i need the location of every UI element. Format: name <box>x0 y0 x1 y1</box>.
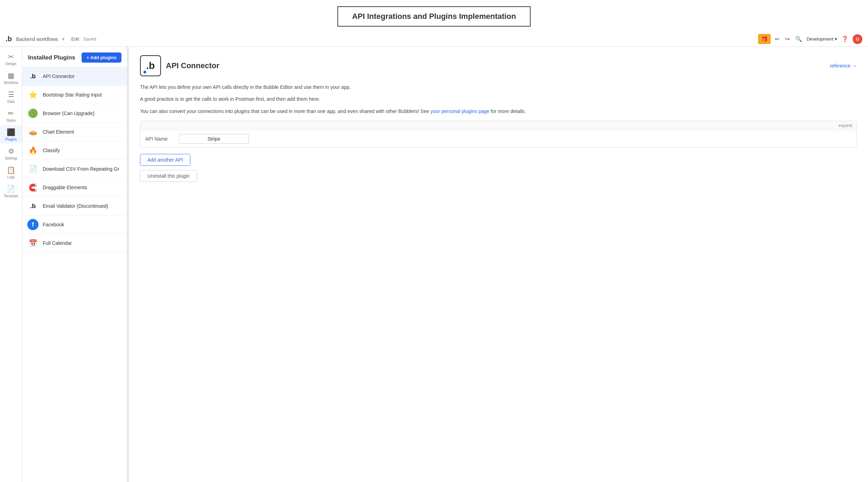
chevron-down-icon: ▾ <box>835 36 837 42</box>
plugin-name-browser: Browser (Can Upgrade) <box>43 111 94 116</box>
avatar[interactable]: U <box>853 34 862 44</box>
facebook-icon: f <box>27 219 38 230</box>
settings-icon: ⚙ <box>8 147 14 155</box>
sidebar-label-settings: Settings <box>5 156 17 160</box>
app-layout: ✂ Design ▦ Workflow ☰ Data ✏ Styles ⬛ Pl… <box>0 47 868 482</box>
edit-label[interactable]: Edit <box>71 36 79 42</box>
undo-button[interactable]: ↩ <box>774 34 781 44</box>
sidebar-label-template: Template <box>4 194 18 198</box>
app-name: Backend workflows <box>16 36 58 42</box>
chart-element-icon: 🥧 <box>27 126 38 137</box>
sidebar-item-settings[interactable]: ⚙ Settings <box>0 144 22 162</box>
plugin-name-email-validator: Email Validator (Discontinued) <box>43 203 108 209</box>
api-name-label: API Name <box>145 136 173 142</box>
plugin-list-items: .b API Connector ⭐ Bootstrap Star Rating… <box>22 67 127 482</box>
sidebar-item-design[interactable]: ✂ Design <box>0 50 22 68</box>
plugin-list-header: Installed Plugins + Add plugins <box>22 47 127 67</box>
reference-label: reference → <box>830 63 857 69</box>
main-content: .b API Connector reference → The API let… <box>129 47 868 482</box>
plugin-description-1: The API lets you define your own API cal… <box>140 83 857 91</box>
api-box: expand API Name Stripe <box>140 121 857 148</box>
redo-button[interactable]: ↪ <box>784 34 791 44</box>
plugin-item-browser[interactable]: 🟢 Browser (Can Upgrade) <box>22 104 127 123</box>
plugin-list-title: Installed Plugins <box>28 54 75 61</box>
sidebar-item-data[interactable]: ☰ Data <box>0 87 22 106</box>
plugin-list-sidebar: Installed Plugins + Add plugins .b API C… <box>22 47 127 482</box>
plugin-item-download-csv[interactable]: 📄 Download CSV From Repeating Gr <box>22 160 127 178</box>
search-button[interactable]: 🔍 <box>794 34 804 44</box>
download-csv-icon: 📄 <box>27 163 38 175</box>
sidebar-label-design: Design <box>6 62 16 66</box>
plugin-detail-logo: .b API Connector <box>140 55 219 76</box>
plugin-name-bootstrap-star: Bootstrap Star Rating Input <box>43 92 102 98</box>
dev-label: Development <box>806 36 833 42</box>
desc-3-before: You can also convert your connections in… <box>140 108 430 114</box>
logs-icon: 📋 <box>7 166 15 174</box>
plugin-item-full-calendar[interactable]: 📅 Full Calendar <box>22 234 127 253</box>
plugin-name-api-connector: API Connector <box>43 73 75 79</box>
logo-symbol: .b <box>6 35 12 43</box>
email-validator-icon: .b <box>27 200 38 212</box>
plugin-name-draggable: Draggable Elements <box>43 185 87 190</box>
browser-icon: 🟢 <box>27 108 38 119</box>
plugin-item-bootstrap-star[interactable]: ⭐ Bootstrap Star Rating Input <box>22 86 127 104</box>
full-calendar-icon: 📅 <box>27 238 38 249</box>
top-banner: API Integrations and Plugins Implementat… <box>0 0 868 31</box>
expand-label[interactable]: expand <box>839 123 852 128</box>
plugin-name-full-calendar: Full Calendar <box>43 240 72 246</box>
gift-button[interactable]: 🎁 <box>758 34 771 44</box>
sidebar-item-plugins[interactable]: ⬛ Plugins <box>0 125 22 143</box>
plugin-logo-dot <box>144 71 146 73</box>
workflow-icon: ▦ <box>8 71 14 80</box>
sidebar-item-template[interactable]: 📄 Template <box>0 182 22 200</box>
header-actions: 🎁 ↩ ↪ 🔍 Development ▾ ❓ U <box>758 34 862 44</box>
plugin-item-draggable[interactable]: 🧲 Draggable Elements <box>22 178 127 197</box>
data-icon: ☰ <box>8 90 14 99</box>
plugin-detail-header: .b API Connector reference → <box>140 55 857 76</box>
banner-title-box: API Integrations and Plugins Implementat… <box>337 6 531 27</box>
plugin-description-2: A good practice is to get the calls to w… <box>140 95 857 103</box>
api-name-value[interactable]: Stripe <box>179 134 249 144</box>
plugin-logo-box: .b <box>140 55 161 76</box>
template-icon: 📄 <box>7 185 15 193</box>
banner-title: API Integrations and Plugins Implementat… <box>352 12 516 21</box>
styles-icon: ✏ <box>8 109 14 118</box>
plugin-detail-name: API Connector <box>166 61 219 70</box>
add-plugins-button[interactable]: + Add plugins <box>82 52 121 63</box>
bootstrap-star-icon: ⭐ <box>27 89 38 100</box>
add-api-button[interactable]: Add another API <box>140 154 190 166</box>
api-connector-icon: .b <box>27 71 38 82</box>
help-button[interactable]: ❓ <box>840 34 850 44</box>
sidebar-label-workflow: Workflow <box>4 81 18 85</box>
design-icon: ✂ <box>8 52 14 61</box>
reference-link[interactable]: reference → <box>830 63 857 69</box>
classify-icon: 🔥 <box>27 145 38 156</box>
sidebar-item-workflow[interactable]: ▦ Workflow <box>0 69 22 87</box>
personal-plugins-link[interactable]: your personal plugins page <box>430 108 489 114</box>
plugin-name-facebook: Facebook <box>43 222 64 227</box>
plugin-item-api-connector[interactable]: .b API Connector <box>22 67 127 86</box>
plugin-item-classify[interactable]: 🔥 Classify <box>22 141 127 160</box>
sidebar-label-styles: Styles <box>6 119 16 122</box>
plugin-description-3: You can also convert your connections in… <box>140 107 857 115</box>
sidebar-label-plugins: Plugins <box>5 137 17 141</box>
sidebar-item-logs[interactable]: 📋 Logs <box>0 163 22 181</box>
uninstall-button[interactable]: Uninstall this plugin <box>140 170 197 182</box>
header-bar: .b Backend workflows ▾ Edit Saved 🎁 ↩ ↪ … <box>0 31 868 47</box>
plugin-item-facebook[interactable]: f Facebook <box>22 215 127 234</box>
avatar-label: U <box>856 37 859 42</box>
sidebar-label-logs: Logs <box>7 175 15 179</box>
dev-button[interactable]: Development ▾ <box>806 36 837 42</box>
draggable-icon: 🧲 <box>27 182 38 193</box>
plugins-icon: ⬛ <box>7 128 15 136</box>
sidebar-icons: ✂ Design ▦ Workflow ☰ Data ✏ Styles ⬛ Pl… <box>0 47 22 482</box>
api-box-row: API Name Stripe <box>140 130 856 147</box>
plugin-name-chart-element: Chart Element <box>43 129 74 135</box>
plugin-item-email-validator[interactable]: .b Email Validator (Discontinued) <box>22 197 127 215</box>
chevron-icon: ▾ <box>62 37 64 42</box>
desc-3-after: for more details. <box>489 108 526 114</box>
sidebar-label-data: Data <box>7 100 15 104</box>
header-logo: .b <box>6 35 12 43</box>
plugin-item-chart-element[interactable]: 🥧 Chart Element <box>22 123 127 141</box>
sidebar-item-styles[interactable]: ✏ Styles <box>0 106 22 125</box>
